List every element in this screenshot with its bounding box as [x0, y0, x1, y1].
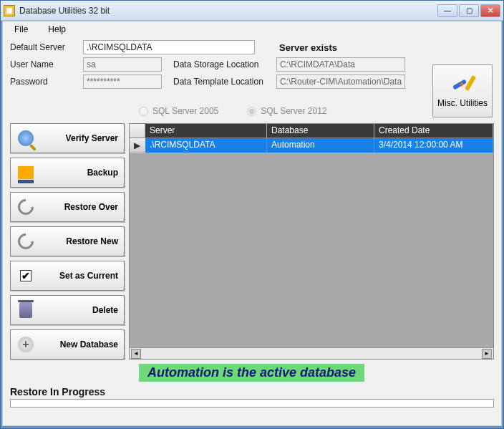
- left-form: Default Server Server exists User Name D…: [10, 40, 494, 92]
- misc-utilities-button[interactable]: ✦ Misc. Utilities: [432, 64, 493, 117]
- titlebar: Database Utilities 32 bit — ▢ ✕: [1, 1, 503, 21]
- scroll-left-icon[interactable]: ◄: [131, 349, 141, 359]
- app-icon: [4, 5, 15, 16]
- side-buttons: Verify Server Backup Restore Over Restor…: [10, 123, 125, 360]
- restore-over-label: Restore Over: [64, 202, 118, 212]
- main-area: Verify Server Backup Restore Over Restor…: [3, 123, 501, 360]
- grid-header-database[interactable]: Database: [267, 124, 374, 138]
- trash-icon: [16, 301, 35, 319]
- delete-label: Delete: [92, 305, 118, 315]
- radio-sql2005-input: [139, 107, 148, 116]
- progress-label: Restore In Progress: [10, 386, 501, 397]
- backup-icon: [16, 163, 35, 182]
- grid-header: Server Database Created Date: [130, 124, 493, 138]
- close-button[interactable]: ✕: [480, 4, 500, 17]
- verify-server-button[interactable]: Verify Server: [10, 123, 125, 153]
- reload-icon: [16, 198, 35, 216]
- progress-bar: [10, 399, 494, 408]
- client-area: File Help Default Server Server exists U…: [2, 21, 502, 426]
- cell-created: 3/4/2014 12:00:00 AM: [374, 138, 493, 153]
- new-database-label: New Database: [60, 339, 118, 350]
- data-template-label: Data Template Location: [173, 77, 273, 87]
- password-label: Password: [10, 77, 80, 87]
- row-indicator-icon: ▶: [130, 138, 145, 153]
- plus-icon: +: [16, 335, 35, 354]
- default-server-label: Default Server: [10, 42, 80, 52]
- backup-button[interactable]: Backup: [10, 158, 125, 188]
- database-grid[interactable]: Server Database Created Date ▶ .\RCIMSQL…: [129, 123, 494, 360]
- window-title: Database Utilities 32 bit: [19, 6, 437, 16]
- restore-new-button[interactable]: Restore New: [10, 226, 125, 256]
- data-storage-label: Data Storage Location: [173, 59, 273, 69]
- check-icon: [16, 266, 35, 285]
- horizontal-scrollbar[interactable]: ◄ ►: [130, 347, 493, 359]
- default-server-input[interactable]: [83, 40, 255, 54]
- password-input[interactable]: [83, 74, 162, 89]
- menu-help[interactable]: Help: [42, 23, 72, 36]
- misc-utilities-label: Misc. Utilities: [437, 98, 488, 108]
- menu-file[interactable]: File: [9, 23, 34, 36]
- username-input[interactable]: [83, 57, 162, 72]
- radio-sql2012: SQL Server 2012: [247, 106, 326, 116]
- verify-server-label: Verify Server: [66, 133, 118, 143]
- table-row[interactable]: ▶ .\RCIMSQLDATA Automation 3/4/2014 12:0…: [130, 138, 493, 153]
- radio-sql2005: SQL Server 2005: [139, 106, 218, 116]
- active-database-banner: Automation is the active database: [139, 364, 364, 382]
- tools-icon: ✦: [451, 74, 474, 94]
- grid-header-server[interactable]: Server: [145, 124, 267, 138]
- menubar: File Help: [3, 21, 501, 37]
- radio-sql2012-input: [247, 107, 256, 116]
- restore-new-label: Restore New: [66, 236, 118, 246]
- scroll-right-icon[interactable]: ►: [482, 349, 492, 359]
- new-database-button[interactable]: + New Database: [10, 329, 125, 360]
- grid-body: [130, 153, 493, 347]
- minimize-button[interactable]: —: [437, 4, 457, 17]
- set-current-button[interactable]: Set as Current: [10, 261, 125, 291]
- grid-header-rowselect: [130, 124, 145, 138]
- app-window: Database Utilities 32 bit — ▢ ✕ File Hel…: [0, 0, 504, 429]
- cell-database: Automation: [267, 138, 374, 153]
- maximize-button[interactable]: ▢: [459, 4, 479, 17]
- cell-server: .\RCIMSQLDATA: [145, 138, 267, 153]
- username-label: User Name: [10, 59, 80, 69]
- server-exists-label: Server exists: [279, 42, 337, 53]
- window-controls: — ▢ ✕: [437, 4, 500, 17]
- data-template-input[interactable]: [276, 74, 405, 89]
- grid-header-created[interactable]: Created Date: [374, 124, 493, 138]
- reload-icon: [16, 232, 35, 251]
- form-area: Default Server Server exists User Name D…: [3, 37, 501, 93]
- data-storage-input[interactable]: [276, 57, 405, 72]
- backup-label: Backup: [87, 168, 118, 178]
- magnifier-icon: [16, 129, 35, 148]
- restore-over-button[interactable]: Restore Over: [10, 192, 125, 222]
- delete-button[interactable]: Delete: [10, 295, 125, 325]
- set-current-label: Set as Current: [59, 271, 118, 281]
